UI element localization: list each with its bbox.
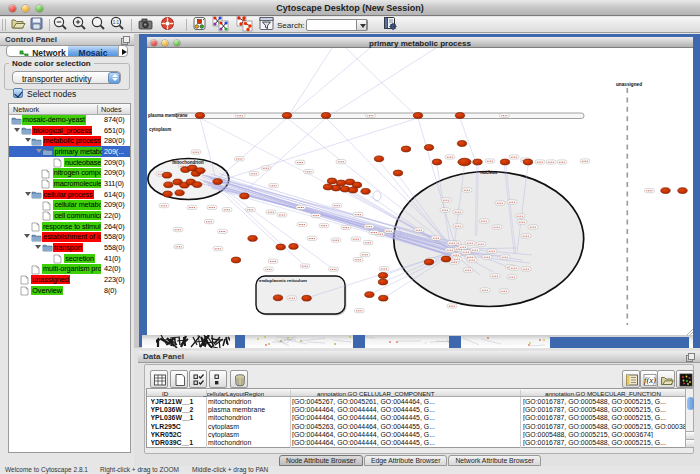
svg-text:unassigned: unassigned: [616, 82, 642, 87]
svg-text:endoplasmic reticulum: endoplasmic reticulum: [259, 278, 307, 283]
svg-text:cytoplasm: cytoplasm: [149, 127, 171, 132]
svg-text:1:1: 1:1: [113, 20, 120, 25]
svg-text:nucleus: nucleus: [480, 170, 498, 175]
svg-text:f(x): f(x): [644, 375, 656, 385]
svg-text:mitochondrion: mitochondrion: [172, 160, 204, 165]
svg-text:plasma membrane: plasma membrane: [148, 113, 188, 118]
